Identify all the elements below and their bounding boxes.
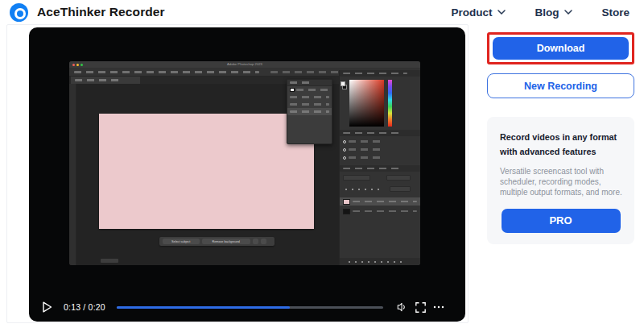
layer-row-selected xyxy=(340,197,420,206)
color-picker-square xyxy=(349,80,384,127)
video-player[interactable]: Adobe Photoshop 2023 Select subject xyxy=(29,27,465,322)
fill-select xyxy=(390,186,411,192)
gradients-panel-tabs xyxy=(340,130,420,136)
ps-options-controls xyxy=(74,71,259,73)
promo-body: Versatile screencast tool with scheduler… xyxy=(500,166,621,198)
opacity-select xyxy=(386,175,411,181)
page: AceThinker Recorder Product Blog Store xyxy=(0,0,644,324)
nav-item-product[interactable]: Product xyxy=(451,6,506,19)
canvas-image xyxy=(99,114,314,229)
nav-blog-label: Blog xyxy=(535,6,559,19)
ps-right-dock xyxy=(339,70,420,265)
layers-panel-footer xyxy=(340,258,420,265)
play-button[interactable] xyxy=(41,301,53,314)
ellipsis-icon xyxy=(433,305,444,309)
layer-thumbnail-dark xyxy=(343,209,350,214)
time-display: 0:13 / 0:20 xyxy=(64,302,105,312)
more-options-button[interactable] xyxy=(433,305,444,309)
layer-row xyxy=(340,207,420,215)
layer-thumbnail xyxy=(290,88,295,92)
ps-options-controls xyxy=(270,71,347,73)
ps-floating-panel-header xyxy=(287,80,332,86)
brand-logo-icon xyxy=(10,3,28,22)
select-subject-button: Select subject xyxy=(163,239,200,244)
color-panel-tabs xyxy=(340,70,420,77)
promo-card: Record videos in any format with advance… xyxy=(487,117,634,244)
contextual-taskbar: Select subject Remove background xyxy=(159,237,275,246)
chevron-down-icon xyxy=(564,10,572,15)
window-close-icon xyxy=(72,64,75,66)
volume-icon xyxy=(396,301,408,313)
ps-document-tab xyxy=(71,77,140,84)
window-zoom-icon xyxy=(80,64,83,66)
nav-product-label: Product xyxy=(451,6,492,19)
download-button[interactable]: Download xyxy=(493,37,629,60)
player-controls: 0:13 / 0:20 xyxy=(41,300,444,314)
ps-status-bar xyxy=(101,259,118,263)
ps-panel-row xyxy=(287,101,332,108)
photoshop-window: Adobe Photoshop 2023 Select subject xyxy=(69,61,420,265)
brand-name: AceThinker Recorder xyxy=(37,5,165,19)
progress-bar[interactable] xyxy=(117,306,383,309)
ps-titlebar: Adobe Photoshop 2023 xyxy=(69,61,420,68)
window-minimize-icon xyxy=(76,64,79,66)
play-icon xyxy=(41,301,53,314)
layer-lock-icons xyxy=(343,188,383,191)
ps-floating-panel xyxy=(287,79,332,144)
pro-button[interactable]: PRO xyxy=(502,209,621,233)
ps-panel-row xyxy=(287,93,332,101)
volume-button[interactable] xyxy=(396,301,408,313)
nav-item-store[interactable]: Store xyxy=(601,6,630,19)
sidebar: Download New Recording Record videos in … xyxy=(487,32,634,244)
hue-slider xyxy=(388,80,392,127)
remove-background-button: Remove background xyxy=(202,239,250,244)
main-nav: Product Blog Store xyxy=(451,6,630,19)
adjustment-row xyxy=(343,147,417,152)
site-header: AceThinker Recorder Product Blog Store xyxy=(0,0,644,24)
foreground-color-swatch xyxy=(341,81,345,86)
adjustment-icon xyxy=(343,156,346,160)
adjustment-row xyxy=(343,155,417,160)
player-right-controls xyxy=(396,301,444,313)
nav-store-label: Store xyxy=(601,6,630,19)
nav-item-blog[interactable]: Blog xyxy=(535,6,572,19)
ps-panel-row xyxy=(287,86,332,93)
taskbar-icon xyxy=(261,239,266,244)
taskbar-icon xyxy=(253,239,258,244)
fullscreen-icon xyxy=(415,302,426,313)
video-section: Adobe Photoshop 2023 Select subject xyxy=(6,24,469,323)
download-highlight-box: Download xyxy=(487,32,634,64)
progress-fill xyxy=(117,306,290,309)
ps-window-title: Adobe Photoshop 2023 xyxy=(122,62,367,67)
new-recording-button[interactable]: New Recording xyxy=(487,73,634,98)
ps-panel-row-selected xyxy=(287,108,332,115)
layer-thumbnail-pink xyxy=(343,199,350,205)
adjustment-row xyxy=(343,139,417,144)
brand[interactable]: AceThinker Recorder xyxy=(10,3,165,22)
ps-document-tab-label xyxy=(75,79,119,81)
blend-mode-select xyxy=(343,175,370,181)
adjustment-icon xyxy=(343,148,346,152)
fullscreen-button[interactable] xyxy=(415,302,426,313)
layers-panel-tabs xyxy=(340,165,420,172)
adjustment-icon xyxy=(343,140,346,143)
ps-toolbar xyxy=(69,84,76,265)
chevron-down-icon xyxy=(497,10,506,15)
promo-heading: Record videos in any format with advance… xyxy=(500,130,621,160)
